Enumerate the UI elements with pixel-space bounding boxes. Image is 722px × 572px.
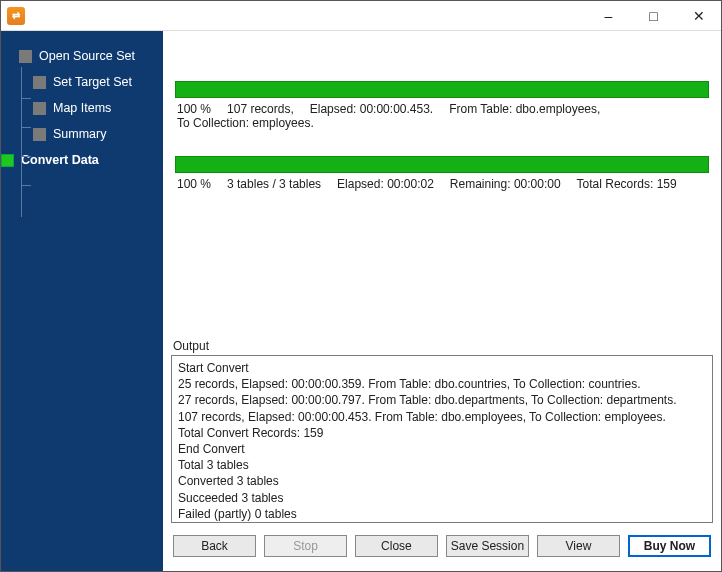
sidebar-item-label: Map Items (53, 101, 111, 115)
total-records: Total Records: 159 (577, 177, 677, 191)
item-progress-row: 100 % 107 records, Elapsed: 00:00:00.453… (175, 98, 709, 144)
step-box-icon (1, 154, 14, 167)
item-from: From Table: dbo.employees, (449, 102, 600, 116)
output-line: 25 records, Elapsed: 00:00:00.359. From … (178, 376, 706, 392)
close-window-button[interactable]: ✕ (676, 1, 721, 30)
wizard-sidebar: Open Source Set Set Target Set Map Items… (1, 31, 163, 571)
button-bar: Back Stop Close Save Session View Buy No… (169, 529, 715, 565)
item-records: 107 records, (227, 102, 294, 116)
total-progress-bar (175, 156, 709, 173)
step-box-icon (33, 102, 46, 115)
close-button[interactable]: Close (355, 535, 438, 557)
sidebar-item-label: Open Source Set (39, 49, 135, 63)
view-button[interactable]: View (537, 535, 620, 557)
item-progress-section: 100 % 107 records, Elapsed: 00:00:00.453… (169, 37, 715, 209)
output-line: Failed (partly) 0 tables (178, 506, 706, 522)
total-remaining: Remaining: 00:00:00 (450, 177, 561, 191)
sidebar-item-label: Summary (53, 127, 106, 141)
sidebar-item-map-items[interactable]: Map Items (15, 95, 163, 121)
output-log[interactable]: Start Convert25 records, Elapsed: 00:00:… (171, 355, 713, 523)
output-line: Total 3 tables (178, 457, 706, 473)
app-icon: ⇄ (7, 7, 25, 25)
buy-now-button[interactable]: Buy Now (628, 535, 711, 557)
step-box-icon (33, 128, 46, 141)
output-line: Converted 3 tables (178, 473, 706, 489)
item-percent: 100 % (177, 102, 211, 116)
sidebar-item-label: Set Target Set (53, 75, 132, 89)
sidebar-item-set-target-set[interactable]: Set Target Set (15, 69, 163, 95)
output-line: Total Convert Records: 159 (178, 425, 706, 441)
output-line: Succeeded 3 tables (178, 490, 706, 506)
step-box-icon (33, 76, 46, 89)
sidebar-item-label: Convert Data (21, 153, 99, 167)
item-to: To Collection: employees. (177, 116, 314, 130)
save-session-button[interactable]: Save Session (446, 535, 529, 557)
item-progress-bar (175, 81, 709, 98)
titlebar: ⇄ – □ ✕ (1, 1, 721, 31)
back-button[interactable]: Back (173, 535, 256, 557)
minimize-button[interactable]: – (586, 1, 631, 30)
maximize-button[interactable]: □ (631, 1, 676, 30)
item-elapsed: Elapsed: 00:00:00.453. (310, 102, 433, 116)
output-line: 107 records, Elapsed: 00:00:00.453. From… (178, 409, 706, 425)
output-line: 27 records, Elapsed: 00:00:00.797. From … (178, 392, 706, 408)
app-window: ⇄ – □ ✕ Open Source Set Set Target Set (0, 0, 722, 572)
sidebar-item-open-source-set[interactable]: Open Source Set (15, 43, 163, 69)
total-percent: 100 % (177, 177, 211, 191)
sidebar-item-convert-data[interactable]: Convert Data (1, 147, 163, 173)
window-controls: – □ ✕ (586, 1, 721, 30)
total-elapsed: Elapsed: 00:00:02 (337, 177, 434, 191)
total-tables: 3 tables / 3 tables (227, 177, 321, 191)
stop-button: Stop (264, 535, 347, 557)
output-line: Start Convert (178, 360, 706, 376)
total-progress-row: 100 % 3 tables / 3 tables Elapsed: 00:00… (175, 173, 709, 205)
output-line: End Convert (178, 441, 706, 457)
output-label: Output (169, 337, 715, 355)
step-box-icon (19, 50, 32, 63)
sidebar-item-summary[interactable]: Summary (15, 121, 163, 147)
main-panel: 100 % 107 records, Elapsed: 00:00:00.453… (163, 31, 721, 571)
